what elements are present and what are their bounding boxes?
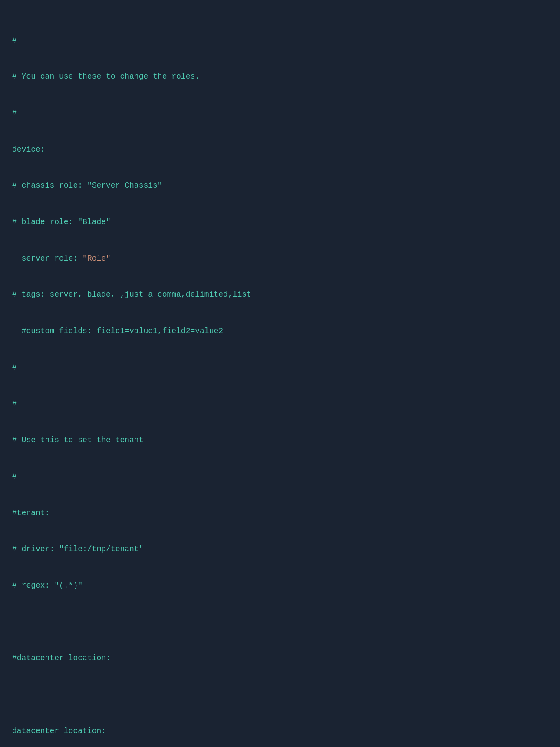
line-3: #	[12, 107, 548, 119]
line-13: #	[12, 471, 548, 483]
line-19	[12, 689, 548, 701]
line-14: #tenant:	[12, 507, 548, 519]
line-9: #custom_fields: field1=value1,field2=val…	[12, 325, 548, 337]
line-18: #datacenter_location:	[12, 652, 548, 664]
line-7: server_role: "Role"	[12, 253, 548, 265]
line-10: #	[12, 362, 548, 374]
line-5: # chassis_role: "Server Chassis"	[12, 180, 548, 192]
line-12: # Use this to set the tenant	[12, 434, 548, 446]
line-20: datacenter_location:	[12, 725, 548, 737]
code-editor: # # You can use these to change the role…	[12, 10, 548, 747]
line-11: #	[12, 398, 548, 410]
line-1: #	[12, 35, 548, 47]
line-8: # tags: server, blade, ,just a comma,del…	[12, 289, 548, 301]
line-16: # regex: "(.*)"	[12, 580, 548, 592]
line-2: # You can use these to change the roles.	[12, 71, 548, 83]
line-15: # driver: "file:/tmp/tenant"	[12, 543, 548, 555]
line-4: device:	[12, 144, 548, 156]
line-6: # blade_role: "Blade"	[12, 216, 548, 228]
line-17	[12, 616, 548, 628]
